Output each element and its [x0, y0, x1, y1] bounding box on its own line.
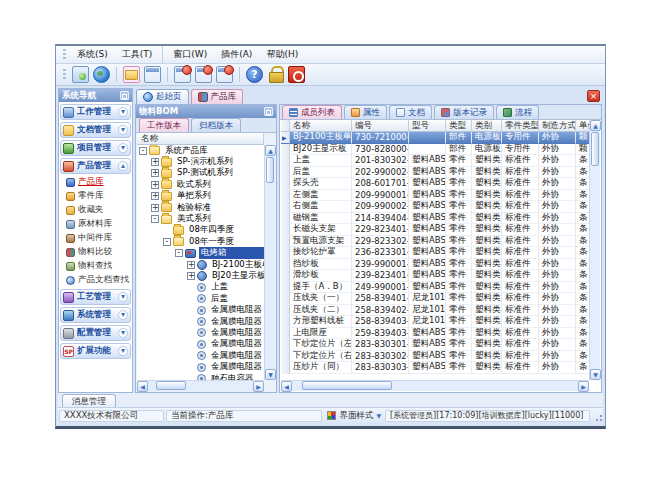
column-header[interactable]: 单位: [576, 120, 589, 132]
sidebar-group-product[interactable]: 产品管理: [60, 158, 131, 174]
toolbar-separator[interactable]: [116, 67, 117, 82]
tab-version-records[interactable]: 版本记录: [434, 105, 494, 119]
window-badge-icon[interactable]: [195, 66, 212, 83]
table-row[interactable]: 接纱轮护罩 236-823301-00E 塑料ABS 零件 塑料类 标准件 外协…: [281, 247, 589, 259]
table-row[interactable]: 方形塑料线桩 258-839403-00E 尼龙1010 零件 塑料类 标准件 …: [281, 316, 589, 328]
tree-item[interactable]: 上盖: [137, 282, 264, 293]
tree-item[interactable]: BJ-2100主板单点: [137, 259, 264, 270]
tree-item[interactable]: 独石电容器: [137, 373, 264, 380]
open-folder-window-icon[interactable]: [123, 66, 140, 83]
tree-item[interactable]: 08年四季度: [137, 225, 264, 236]
table-row[interactable]: 下纱定位片（右） 283-830302-00E 塑料ABS 零件 塑料类 标准件…: [281, 351, 589, 363]
tree-vertical-scrollbar[interactable]: ▲ ▼: [264, 145, 275, 380]
table-row[interactable]: 压线夹（二） 258-839402-00E 尼龙1010 零件 塑料类 标准件 …: [281, 305, 589, 317]
table-row[interactable]: 右侧盖 209-990002-01E 塑料ABS 零件 塑料类 标准件 外协 条: [281, 201, 589, 213]
tree-item[interactable]: 电烤箱: [137, 248, 264, 259]
menu-plugins[interactable]: 插件(A): [214, 46, 259, 63]
table-row[interactable]: 长磁头支架 229-823401-00E 塑料ABS 零件 塑料类 标准件 外协…: [281, 224, 589, 236]
sidebar-item-product-doc-search[interactable]: 产品文档查找: [59, 273, 132, 287]
expand-toggle-icon[interactable]: [151, 169, 159, 177]
table-row[interactable]: 挡纱板 239-990001-01E 塑料ABS 零件 塑料类 标准件 外协 条: [281, 259, 589, 271]
table-row[interactable]: 上盖 201-830302-00E 塑料ABS 零件 塑料类 标准件 外协 条: [281, 155, 589, 167]
sidebar-group-craft[interactable]: 工艺管理: [60, 289, 131, 305]
chevron-icon[interactable]: [118, 328, 128, 338]
expand-toggle-icon[interactable]: [151, 204, 159, 212]
sidebar-group-project[interactable]: 项目管理: [60, 140, 131, 156]
tree-item[interactable]: 检验标准: [137, 202, 264, 213]
tree-column-header[interactable]: 名称: [137, 133, 264, 145]
scroll-right-icon[interactable]: ▶: [253, 381, 264, 392]
globe-icon[interactable]: [93, 66, 110, 83]
sidebar-item-part-lib[interactable]: 零件库: [59, 189, 132, 203]
scroll-up-icon[interactable]: ▲: [265, 145, 276, 156]
help-icon[interactable]: [246, 66, 263, 83]
scroll-down-icon[interactable]: ▼: [590, 369, 601, 380]
expand-toggle-icon[interactable]: [187, 261, 195, 269]
tree-item[interactable]: 金属膜电阻器: [137, 361, 264, 372]
sidebar-group-system[interactable]: 系统管理: [60, 307, 131, 323]
chevron-icon[interactable]: [118, 143, 128, 153]
expand-toggle-icon[interactable]: [163, 238, 171, 246]
expand-toggle-icon[interactable]: [175, 249, 183, 257]
table-vscroll-thumb[interactable]: [591, 132, 599, 166]
tree-item[interactable]: 后盖: [137, 293, 264, 304]
workspace-icon[interactable]: [72, 66, 89, 83]
tree-item[interactable]: 金属膜电阻器: [137, 304, 264, 315]
expand-toggle-icon[interactable]: [187, 272, 195, 280]
toolbar-separator[interactable]: [239, 67, 240, 82]
expand-toggle-icon[interactable]: [151, 181, 159, 189]
sidebar-item-favorites[interactable]: 收藏夹: [59, 203, 132, 217]
scroll-up-icon[interactable]: ▲: [590, 120, 601, 131]
tree-hscroll-thumb[interactable]: [156, 381, 186, 390]
chevron-icon[interactable]: [118, 346, 128, 356]
tree-item[interactable]: 08年一季度: [137, 236, 264, 247]
column-header[interactable]: 编号: [352, 120, 409, 132]
tab-archive-version[interactable]: 归档版本: [191, 118, 241, 132]
sidebar-group-extend[interactable]: 扩展功能: [60, 343, 131, 359]
tab-documents[interactable]: 文档: [389, 105, 432, 119]
chevron-icon[interactable]: [118, 107, 128, 117]
close-icon[interactable]: [587, 90, 600, 102]
table-row[interactable]: 压线夹（一） 258-839401-00E 尼龙1010 零件 塑料类 标准件 …: [281, 293, 589, 305]
sidebar-item-middleware-lib[interactable]: 中间件库: [59, 231, 132, 245]
table-row[interactable]: 左侧盖 209-990001-01E 塑料ABS 零件 塑料类 标准件 外协 条: [281, 190, 589, 202]
table-row[interactable]: 预置电源支架 229-823302-00E 塑料ABS 零件 塑料类 标准件 外…: [281, 236, 589, 248]
tab-work-version[interactable]: 工作版本: [139, 118, 189, 132]
tree-item[interactable]: SP-测试机系列: [137, 168, 264, 179]
sidebar-group-config[interactable]: 配置管理: [60, 325, 131, 341]
chevron-icon[interactable]: [118, 292, 128, 302]
sidebar-item-material-search[interactable]: 物料查找: [59, 259, 132, 273]
sidebar-group-document[interactable]: 文档管理: [60, 122, 131, 138]
tree-item[interactable]: 金属膜电阻器: [137, 316, 264, 327]
sidebar-group-work[interactable]: 工作管理: [60, 104, 131, 120]
column-header[interactable]: 制造方式: [539, 120, 576, 132]
column-header[interactable]: 型号: [409, 120, 446, 132]
window-badge-icon[interactable]: [174, 66, 191, 83]
expand-toggle-icon[interactable]: [151, 215, 159, 223]
table-row[interactable]: BJ20主显示板 730-828000-04E 部件 电源板 专用件 外协 颗: [281, 144, 589, 156]
toolbar-separator[interactable]: [167, 67, 168, 82]
sidebar-item-product-lib[interactable]: 产品库: [59, 175, 132, 189]
column-header[interactable]: 名称: [290, 120, 352, 132]
table-horizontal-scrollbar[interactable]: ◀ ▶: [281, 380, 589, 391]
tree-horizontal-scrollbar[interactable]: ◀ ▶: [137, 380, 264, 391]
chevron-icon[interactable]: [118, 310, 128, 320]
grid-window-icon[interactable]: [144, 66, 161, 83]
menu-help[interactable]: 帮助(H): [259, 46, 305, 63]
tree-item[interactable]: 系统产品库: [137, 145, 264, 156]
ui-style-dropdown[interactable]: 界面样式 ▼: [323, 410, 384, 422]
menu-system[interactable]: 系统(S): [70, 46, 115, 63]
toolbar-grip[interactable]: [63, 69, 66, 81]
table-hscroll-thumb[interactable]: [302, 381, 392, 390]
tree-item[interactable]: 金属膜电阻器: [137, 327, 264, 338]
sidebar-item-raw-material-lib[interactable]: 原材料库: [59, 217, 132, 231]
tree-item[interactable]: 欧式系列: [137, 179, 264, 190]
scroll-right-icon[interactable]: ▶: [578, 381, 589, 392]
table-row[interactable]: 下纱定位片（左） 283-830301-00E 塑料ABS 零件 塑料类 标准件…: [281, 339, 589, 351]
tab-start-page[interactable]: 起始页: [136, 89, 189, 104]
tab-attributes[interactable]: 属性: [344, 105, 387, 119]
window-badge-icon[interactable]: [216, 66, 233, 83]
tree-item[interactable]: 金属膜电阻器: [137, 339, 264, 350]
scroll-down-icon[interactable]: ▼: [265, 369, 276, 380]
tree-item[interactable]: BJ20主显示板: [137, 270, 264, 281]
